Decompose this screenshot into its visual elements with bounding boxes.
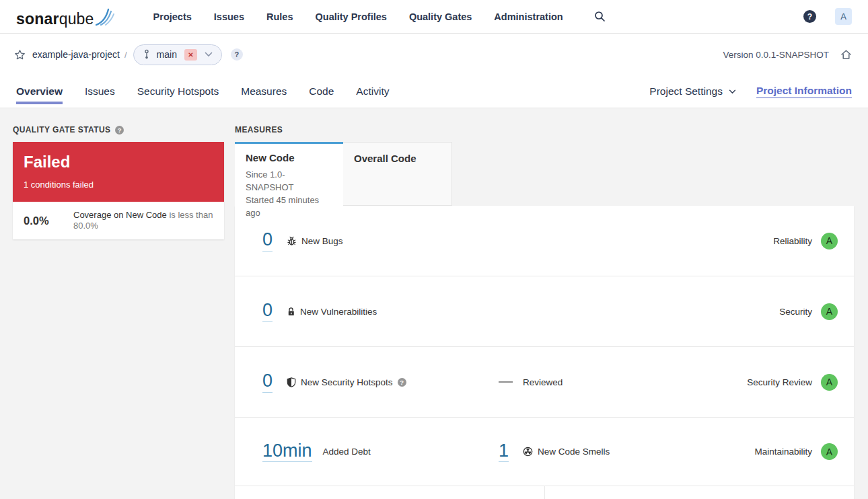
- new-code-smells-label: New Code Smells: [538, 447, 610, 457]
- tabs-right-group: Project Settings Project Information: [649, 75, 852, 108]
- reliability-group: Reliability A: [773, 206, 838, 276]
- added-debt-value[interactable]: 10min: [262, 441, 312, 462]
- new-security-hotspots-group: 0 New Security Hotspots ?: [262, 347, 406, 417]
- breadcrumb: example-java-project / main ✕ ? Version …: [0, 34, 868, 75]
- security-review-group: Security Review A: [747, 347, 838, 417]
- breadcrumb-project-name[interactable]: example-java-project: [32, 49, 120, 60]
- breadcrumb-right-group: Version 0.0.1-SNAPSHOT: [723, 49, 852, 60]
- new-security-hotspots-count[interactable]: 0: [262, 371, 273, 392]
- new-code-tab-label: New Code: [246, 152, 332, 163]
- overview-content: QUALITY GATE STATUS ? Failed 1 condition…: [0, 108, 868, 499]
- nav-quality-gates[interactable]: Quality Gates: [409, 11, 472, 22]
- tab-activity[interactable]: Activity: [356, 75, 389, 108]
- new-bugs-group: 0 New Bugs: [262, 206, 343, 276]
- search-icon[interactable]: [594, 11, 606, 22]
- project-settings-menu[interactable]: Project Settings: [649, 85, 736, 98]
- new-code-smells-count[interactable]: 1: [499, 441, 509, 462]
- tab-code[interactable]: Code: [309, 75, 334, 108]
- maintainability-rating-badge: A: [821, 443, 838, 460]
- new-vulnerabilities-count[interactable]: 0: [262, 301, 273, 321]
- tab-security-hotspots[interactable]: Security Hotspots: [137, 75, 219, 108]
- overall-code-tab-label: Overall Code: [354, 153, 441, 164]
- quality-gate-status-banner: Failed 1 conditions failed: [13, 142, 224, 202]
- condition-description: Coverage on New Code is less than 80.0%: [73, 210, 213, 232]
- new-bugs-count[interactable]: 0: [262, 230, 273, 251]
- new-vulnerabilities-label: New Vulnerabilities: [300, 307, 377, 317]
- nav-issues[interactable]: Issues: [214, 11, 244, 22]
- top-navigation-bar: sonarqube Projects Issues Rules Quality …: [0, 0, 868, 34]
- avatar[interactable]: A: [835, 8, 852, 25]
- condition-value: 0.0%: [24, 215, 63, 227]
- measures-title-text: MEASURES: [235, 125, 283, 135]
- project-tabs: Overview Issues Security Hotspots Measur…: [0, 75, 868, 108]
- branch-name: main: [157, 49, 177, 60]
- breadcrumb-separator: /: [124, 50, 127, 60]
- branch-selector[interactable]: main ✕: [133, 44, 222, 65]
- reviewed-label: Reviewed: [523, 377, 563, 387]
- help-icon[interactable]: ?: [803, 10, 816, 23]
- new-vulnerabilities-group: 0 New Vulnerabilities: [262, 276, 377, 346]
- maintainability-group: Maintainability A: [754, 418, 838, 486]
- condition-metric: Coverage on New Code: [73, 210, 167, 220]
- reviewed-dash: [499, 381, 513, 383]
- quality-gate-conditions-summary: 1 conditions failed: [24, 180, 213, 190]
- security-hotspots-help-icon[interactable]: ?: [398, 378, 406, 387]
- measure-row-partial: [235, 486, 854, 499]
- tab-issues[interactable]: Issues: [85, 75, 115, 108]
- logo-swoosh-icon: [96, 7, 116, 26]
- new-bugs-label: New Bugs: [301, 236, 343, 246]
- main-nav-links: Projects Issues Rules Quality Profiles Q…: [153, 11, 563, 22]
- measures-panel: 0 New Bugs: [235, 206, 854, 499]
- measure-row-maintainability: 10min Added Debt 1: [235, 418, 854, 486]
- reliability-rating-badge: A: [821, 233, 838, 250]
- favorite-star-icon[interactable]: [14, 49, 26, 61]
- nav-quality-profiles[interactable]: Quality Profiles: [316, 11, 387, 22]
- maintainability-label: Maintainability: [754, 447, 812, 457]
- chevron-down-icon: [205, 52, 213, 57]
- quality-gate-card: Failed 1 conditions failed 0.0% Coverage…: [13, 142, 224, 239]
- quality-gate-condition-row[interactable]: 0.0% Coverage on New Code is less than 8…: [13, 202, 224, 239]
- quality-gate-section: QUALITY GATE STATUS ? Failed 1 condition…: [13, 123, 224, 239]
- measure-row-new-security-hotspots: 0 New Security Hotspots ? Reviewed: [235, 347, 854, 418]
- added-debt-label: Added Debt: [323, 447, 371, 457]
- new-code-smells-group: 1 New Code Smells: [499, 418, 610, 486]
- reliability-label: Reliability: [773, 236, 812, 246]
- new-security-hotspots-label: New Security Hotspots: [301, 377, 393, 387]
- nav-rules[interactable]: Rules: [266, 11, 293, 22]
- home-icon[interactable]: [840, 49, 852, 60]
- quality-gate-title-text: QUALITY GATE STATUS: [13, 125, 110, 135]
- logo-text: sonarqube: [16, 11, 94, 27]
- branch-help-icon[interactable]: ?: [231, 48, 243, 61]
- nav-administration[interactable]: Administration: [494, 11, 563, 22]
- security-rating-badge: A: [821, 303, 838, 320]
- branch-icon: [143, 49, 151, 60]
- security-review-label: Security Review: [747, 377, 812, 387]
- nav-projects[interactable]: Projects: [153, 11, 192, 22]
- branch-failed-badge[interactable]: ✕: [184, 49, 197, 61]
- measures-title: MEASURES: [235, 123, 854, 137]
- tab-new-code[interactable]: New Code Since 1.0-SNAPSHOT Started 45 m…: [235, 142, 343, 206]
- new-code-since: Since 1.0-SNAPSHOT: [246, 169, 332, 194]
- security-label: Security: [779, 307, 812, 317]
- quality-gate-status: Failed: [24, 153, 213, 171]
- partial-cell-right: [545, 486, 855, 499]
- chevron-down-icon: [729, 89, 736, 94]
- security-review-rating-badge: A: [821, 374, 838, 391]
- bug-icon: [287, 235, 297, 246]
- quality-gate-help-icon[interactable]: ?: [115, 126, 124, 135]
- tab-overall-code[interactable]: Overall Code: [343, 142, 452, 206]
- project-header: example-java-project / main ✕ ? Version …: [0, 34, 868, 108]
- project-settings-label: Project Settings: [649, 85, 723, 98]
- project-information-link[interactable]: Project Information: [756, 85, 852, 98]
- added-debt-group: 10min Added Debt: [262, 418, 371, 486]
- shield-icon: [287, 377, 296, 387]
- measures-section: MEASURES New Code Since 1.0-SNAPSHOT Sta…: [235, 123, 854, 499]
- project-version: Version 0.0.1-SNAPSHOT: [723, 50, 829, 60]
- sonarqube-logo[interactable]: sonarqube: [16, 7, 116, 27]
- measure-row-new-vulnerabilities: 0 New Vulnerabilities Security A: [235, 276, 854, 347]
- tab-measures[interactable]: Measures: [241, 75, 287, 108]
- tab-overview[interactable]: Overview: [16, 75, 63, 108]
- security-group: Security A: [779, 276, 838, 346]
- topbar-right-group: ? A: [803, 8, 852, 25]
- partial-cell-left: [235, 486, 545, 499]
